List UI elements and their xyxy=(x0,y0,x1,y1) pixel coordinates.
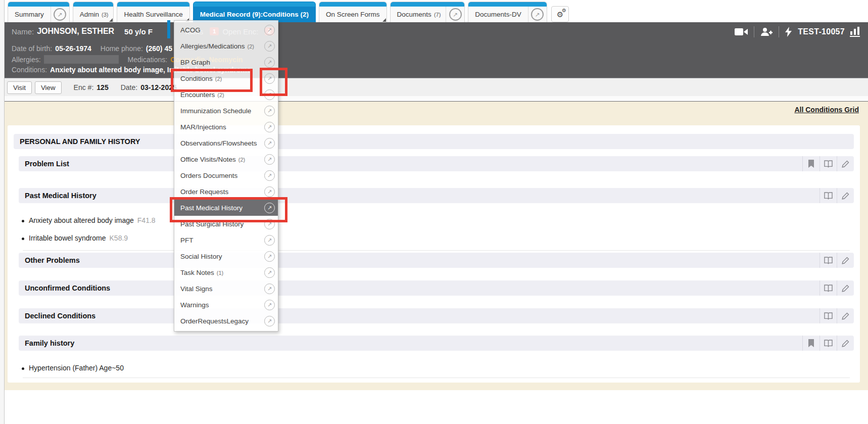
tab-admin[interactable]: Admin (3) xyxy=(73,2,114,22)
active-tab-edge xyxy=(167,20,170,38)
tab-documents[interactable]: Documents (7) xyxy=(390,2,465,22)
tab-medical-record-active[interactable]: Medical Record (9):Conditions (2) xyxy=(193,2,316,22)
tab-popout-button[interactable] xyxy=(51,7,69,22)
tab-label: Summary xyxy=(8,11,51,18)
section-unconfirmed-conditions[interactable]: Unconfirmed Conditions xyxy=(19,280,854,296)
settings-button[interactable] xyxy=(551,6,569,22)
tab-summary[interactable]: Summary xyxy=(8,2,70,22)
ehr-application-window: Summary Admin (3) Health Surveillance Me… xyxy=(0,0,868,424)
menu-item-task-notes[interactable]: Task Notes(1) xyxy=(174,264,278,280)
menu-item-past-medical-history[interactable]: Past Medical History xyxy=(174,200,278,216)
popout-arrow-icon[interactable] xyxy=(264,316,275,326)
popout-arrow-icon[interactable] xyxy=(264,89,275,100)
family-history-item-text: Hypertension (Father) Age~50 xyxy=(29,364,124,372)
menu-item-observations-flowsheets[interactable]: Observations/Flowsheets xyxy=(174,135,278,151)
menu-item-bp-graph[interactable]: BP Graph xyxy=(174,54,278,70)
tab-on-screen-forms[interactable]: On Screen Forms xyxy=(319,2,387,22)
menu-item-orders-documents[interactable]: Orders Documents xyxy=(174,167,278,183)
tab-popout-button[interactable] xyxy=(446,7,464,22)
section-title: Unconfirmed Conditions xyxy=(19,284,110,292)
menu-item-label: Warnings xyxy=(180,301,209,309)
book-icon[interactable] xyxy=(819,188,837,203)
popout-arrow-icon[interactable] xyxy=(264,300,275,310)
menu-item-mar-injections[interactable]: MAR/Injections xyxy=(174,119,278,135)
menu-item-label: Past Surgical History xyxy=(180,220,244,228)
edit-pencil-icon[interactable] xyxy=(837,336,854,351)
popout-arrow-icon[interactable] xyxy=(264,138,275,149)
section-declined-conditions[interactable]: Declined Conditions xyxy=(19,308,854,323)
lightning-icon[interactable] xyxy=(785,27,792,37)
all-conditions-grid-link[interactable]: All Conditions Grid xyxy=(794,106,859,114)
popout-arrow-icon[interactable] xyxy=(264,122,275,132)
section-past-medical-history[interactable]: Past Medical History xyxy=(19,188,854,203)
add-person-icon[interactable] xyxy=(760,27,773,36)
edit-pencil-icon[interactable] xyxy=(837,308,854,323)
menu-item-acog[interactable]: ACOG xyxy=(174,22,278,38)
menu-item-allergies-medications[interactable]: Allergies/Medications(2) xyxy=(174,38,278,54)
menu-item-conditions[interactable]: Conditions(2) xyxy=(174,70,278,86)
section-problem-list[interactable]: Problem List xyxy=(19,156,854,171)
popout-arrow-icon[interactable] xyxy=(264,57,275,68)
menu-item-past-surgical-history[interactable]: Past Surgical History xyxy=(174,216,278,232)
menu-item-warnings[interactable]: Warnings xyxy=(174,297,278,313)
tab-label: Documents-DV xyxy=(468,11,528,18)
section-family-history[interactable]: Family history xyxy=(19,336,854,351)
menu-item-encounters[interactable]: Encounters(2) xyxy=(174,86,278,103)
conditions-page: All Conditions Grid PERSONAL AND FAMILY … xyxy=(5,102,868,390)
menu-item-office-visits-notes[interactable]: Office Visits/Notes(2) xyxy=(174,151,278,167)
collapsed-left-panel[interactable] xyxy=(0,0,5,424)
tab-documents-dv[interactable]: Documents-DV xyxy=(468,2,547,22)
conditions-label: Conditions: xyxy=(12,66,47,74)
popout-arrow-icon[interactable] xyxy=(264,267,275,278)
popout-arrow-icon[interactable] xyxy=(264,170,275,181)
book-icon[interactable] xyxy=(819,156,837,171)
divider-line xyxy=(23,378,850,378)
menu-item-pft[interactable]: PFT xyxy=(174,232,278,248)
tab-popout-button[interactable] xyxy=(528,7,547,22)
edit-pencil-icon[interactable] xyxy=(837,253,854,268)
popout-arrow-icon[interactable] xyxy=(264,219,275,229)
popout-arrow-icon[interactable] xyxy=(264,106,275,116)
section-personal-family-history[interactable]: PERSONAL AND FAMILY HISTORY xyxy=(14,134,854,149)
allergies-label: Allergies: xyxy=(12,56,41,64)
section-other-problems[interactable]: Other Problems xyxy=(19,253,854,268)
medications-label: Medications: xyxy=(128,56,168,64)
popout-arrow-icon[interactable] xyxy=(264,186,275,197)
pmh-item-text: Anxiety about altered body image xyxy=(29,216,134,224)
popout-arrow-icon[interactable] xyxy=(264,25,275,35)
tab-health-surveillance[interactable]: Health Surveillance xyxy=(117,2,189,22)
video-visit-icon[interactable] xyxy=(735,28,748,36)
menu-item-immunization-schedule[interactable]: Immunization Schedule xyxy=(174,103,278,119)
chart-icon[interactable] xyxy=(850,27,860,37)
popout-arrow-icon[interactable] xyxy=(264,73,275,84)
bookmark-icon[interactable] xyxy=(802,336,819,351)
popout-arrow-icon[interactable] xyxy=(264,203,275,213)
book-icon[interactable] xyxy=(819,336,837,351)
popout-arrow-icon[interactable] xyxy=(264,284,275,294)
tab-accent-stripe xyxy=(391,2,465,7)
family-history-item: Hypertension (Father) Age~50 xyxy=(29,364,124,372)
edit-pencil-icon[interactable] xyxy=(837,188,854,203)
book-icon[interactable] xyxy=(819,308,837,323)
menu-item-label: Encounters xyxy=(180,91,215,99)
edit-pencil-icon[interactable] xyxy=(837,156,854,171)
menu-item-order-requests[interactable]: Order Requests xyxy=(174,183,278,200)
icd-code: K58.9 xyxy=(110,234,128,242)
menu-item-count: (2) xyxy=(215,76,222,82)
menu-item-vital-signs[interactable]: Vital Signs xyxy=(174,280,278,297)
popout-arrow-icon[interactable] xyxy=(264,251,275,262)
home-phone-label: Home phone: xyxy=(101,44,143,53)
popout-arrow-icon[interactable] xyxy=(264,235,275,246)
menu-item-social-history[interactable]: Social History xyxy=(174,248,278,264)
book-icon[interactable] xyxy=(819,280,837,296)
visit-button[interactable]: Visit xyxy=(7,81,32,94)
menu-item-label: ACOG xyxy=(180,26,201,34)
view-button[interactable]: View xyxy=(35,81,62,94)
home-phone-value: (260) 45 xyxy=(146,44,172,53)
edit-pencil-icon[interactable] xyxy=(837,280,854,296)
bookmark-icon[interactable] xyxy=(802,156,819,171)
book-icon[interactable] xyxy=(819,253,837,268)
popout-arrow-icon[interactable] xyxy=(264,154,275,165)
popout-arrow-icon[interactable] xyxy=(264,41,275,52)
menu-item-orderrequestslegacy[interactable]: OrderRequestsLegacy xyxy=(174,313,278,329)
